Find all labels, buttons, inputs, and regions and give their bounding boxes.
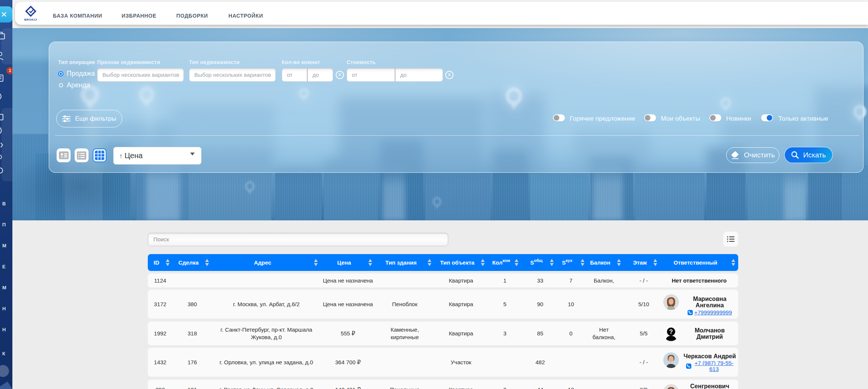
- svg-text:?: ?: [669, 329, 673, 335]
